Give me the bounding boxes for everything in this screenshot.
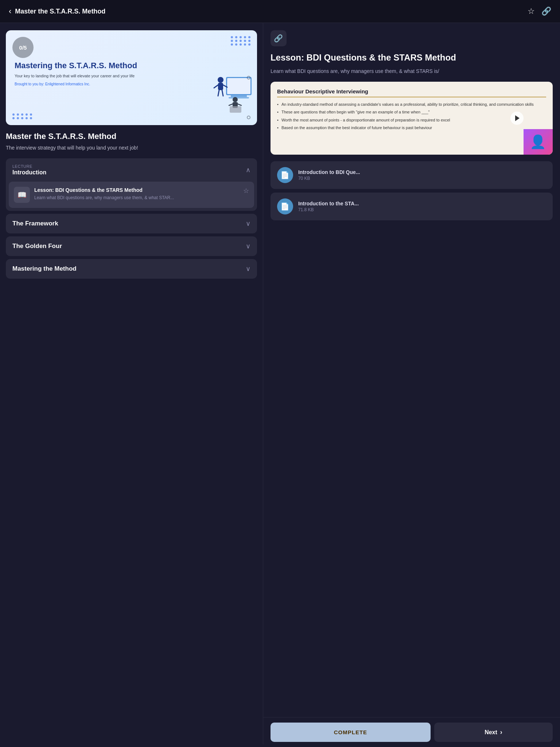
- section-mastering: Mastering the Method ∨: [6, 259, 257, 279]
- svg-rect-14: [230, 106, 241, 113]
- header-title: Master the S.T.A.R.S. Method: [15, 8, 105, 15]
- lesson-bdi-text: Lesson: BDI Questions & the STARS Method…: [34, 187, 239, 201]
- section-mastering-header[interactable]: Mastering the Method ∨: [6, 259, 257, 279]
- document-icon-1: 📄: [280, 171, 289, 179]
- complete-button[interactable]: COMPLETE: [271, 723, 431, 742]
- svg-rect-5: [218, 83, 223, 90]
- attachment-1-name: Introduction to BDI Que...: [298, 169, 546, 175]
- section-framework: The Framework ∨: [6, 214, 257, 233]
- attachment-2-icon: 📄: [277, 198, 293, 214]
- lesson-link-badge[interactable]: 🔗: [271, 30, 287, 46]
- attachment-1-size: 70 KB: [298, 176, 546, 181]
- next-button[interactable]: Next ›: [434, 723, 553, 742]
- lesson-bdi[interactable]: 📖 Lesson: BDI Questions & the STARS Meth…: [9, 182, 254, 208]
- svg-rect-1: [227, 78, 250, 94]
- section-introduction-header[interactable]: Lecture Introduction ∧: [6, 158, 257, 182]
- section-list: Lecture Introduction ∧ 📖 Lesson: BDI Que…: [6, 158, 257, 279]
- bookmark-icon[interactable]: ☆: [528, 7, 535, 16]
- attachment-2[interactable]: 📄 Introduction to the STA... 71.8 KB: [271, 193, 553, 220]
- thumbnail-illustration: [206, 73, 253, 115]
- svg-line-8: [218, 90, 219, 96]
- attachment-2-info: Introduction to the STA... 71.8 KB: [298, 201, 546, 212]
- section-mastering-chevron: ∨: [246, 265, 250, 273]
- video-bullet-4: Based on the assumption that the best in…: [277, 125, 546, 131]
- lesson-bdi-name: Lesson: BDI Questions & the STARS Method: [34, 187, 239, 193]
- lesson-main-title: Lesson: BDI Questions & the STARS Method: [271, 52, 553, 63]
- attachment-2-name: Introduction to the STA...: [298, 201, 546, 206]
- header-left: ‹ Master the S.T.A.R.S. Method: [9, 7, 105, 16]
- course-thumbnail: 0/5 Mastering the S.T.A.R.S. Method Your…: [6, 30, 257, 125]
- attachment-2-size: 71.8 KB: [298, 207, 546, 212]
- book-icon: 📖: [18, 190, 27, 199]
- lesson-main-desc: Learn what BDI questions are, why manage…: [271, 67, 553, 75]
- document-icon-2: 📄: [280, 202, 289, 211]
- section-golden-four-title: The Golden Four: [12, 243, 62, 250]
- dots-decoration-bottom: [12, 113, 33, 119]
- back-button[interactable]: ‹: [9, 7, 11, 16]
- section-introduction: Lecture Introduction ∧ 📖 Lesson: BDI Que…: [6, 158, 257, 211]
- lesson-star-button[interactable]: ☆: [243, 187, 249, 195]
- course-info: Master the S.T.A.R.S. Method The intervi…: [6, 132, 257, 152]
- section-introduction-labels: Lecture Introduction: [12, 164, 46, 176]
- dots-decoration-top: [231, 36, 251, 46]
- attachment-1[interactable]: 📄 Introduction to BDI Que... 70 KB: [271, 161, 553, 189]
- video-bullet-2: These are questions that often begin wit…: [277, 109, 546, 115]
- lesson-bdi-icon: 📖: [14, 187, 30, 203]
- left-panel: 0/5 Mastering the S.T.A.R.S. Method Your…: [0, 23, 263, 744]
- video-thumbnail[interactable]: Behaviour Descriptive Interviewing An in…: [271, 82, 553, 155]
- section-framework-title: The Framework: [12, 220, 58, 227]
- svg-rect-3: [229, 97, 249, 98]
- video-bullet-1: An industry-standard method of assessing…: [277, 102, 546, 107]
- svg-line-13: [238, 104, 241, 105]
- bottom-action-bar: COMPLETE Next ›: [263, 717, 560, 747]
- progress-badge: 0/5: [12, 37, 34, 58]
- video-thumb-title: Behaviour Descriptive Interviewing: [277, 88, 546, 97]
- course-description: The interview strategy that will help yo…: [6, 144, 257, 152]
- section-introduction-chevron: ∧: [246, 166, 250, 174]
- svg-line-9: [222, 90, 223, 96]
- header-icons: ☆ 🔗: [528, 7, 551, 16]
- circle-indicator-bottom: [247, 116, 250, 119]
- section-introduction-label: Lecture: [12, 164, 46, 169]
- section-golden-four-header[interactable]: The Golden Four ∨: [6, 236, 257, 256]
- section-golden-four: The Golden Four ∨: [6, 236, 257, 256]
- main-layout: 0/5 Mastering the S.T.A.R.S. Method Your…: [0, 23, 560, 744]
- video-person-thumbnail: 👤: [524, 129, 553, 155]
- next-arrow-icon: ›: [500, 728, 502, 736]
- attachment-1-icon: 📄: [277, 167, 293, 183]
- svg-line-6: [214, 85, 218, 88]
- play-button[interactable]: [510, 112, 524, 125]
- svg-point-10: [233, 97, 238, 102]
- course-main-title: Master the S.T.A.R.S. Method: [6, 132, 257, 141]
- section-mastering-title: Mastering the Method: [12, 265, 77, 272]
- chain-link-icon: 🔗: [274, 34, 283, 43]
- attachment-1-info: Introduction to BDI Que... 70 KB: [298, 169, 546, 181]
- svg-point-4: [218, 77, 223, 83]
- circle-indicator-mid: [247, 76, 250, 80]
- svg-rect-2: [231, 95, 247, 97]
- lesson-bdi-desc: Learn what BDI questions are, why manage…: [34, 195, 239, 201]
- link-icon[interactable]: 🔗: [541, 7, 551, 16]
- app-header: ‹ Master the S.T.A.R.S. Method ☆ 🔗: [0, 0, 560, 23]
- video-bullet-3: Worth the most amount of points - a disp…: [277, 117, 546, 123]
- section-framework-header[interactable]: The Framework ∨: [6, 214, 257, 233]
- section-framework-chevron: ∨: [246, 220, 250, 228]
- next-label: Next: [485, 729, 497, 736]
- play-triangle-icon: [515, 115, 520, 121]
- person-icon: 👤: [530, 134, 546, 150]
- section-introduction-title: Introduction: [12, 169, 46, 176]
- thumbnail-title: Mastering the S.T.A.R.S. Method: [15, 61, 248, 70]
- section-golden-four-chevron: ∨: [246, 242, 250, 250]
- svg-line-12: [229, 104, 233, 105]
- right-panel: 🔗 Lesson: BDI Questions & the STARS Meth…: [263, 23, 560, 744]
